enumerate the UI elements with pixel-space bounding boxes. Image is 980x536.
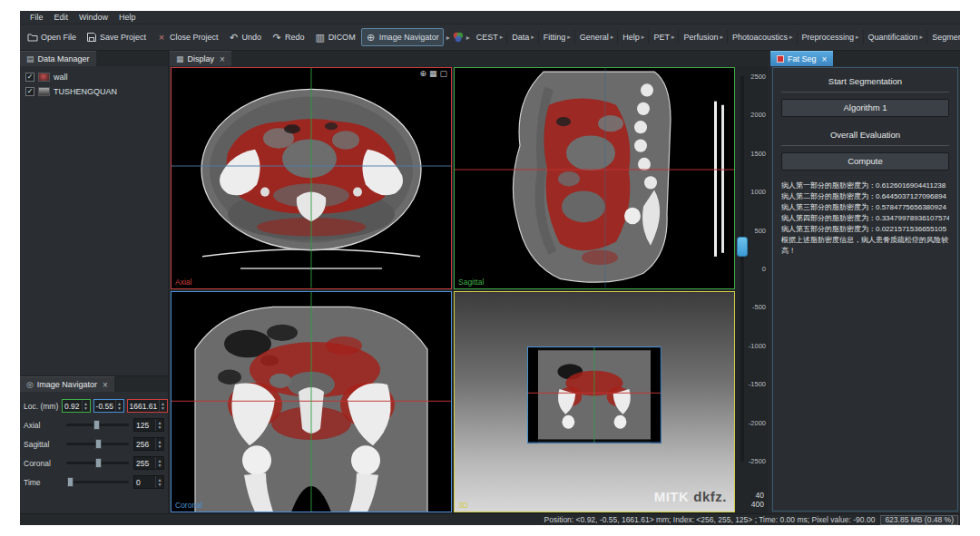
layout-icon[interactable]: ▦ [429,70,437,78]
menu-window[interactable]: Window [74,13,113,22]
app-window: File Edit Window Help Open File Save Pro… [20,11,960,525]
tab-display[interactable]: ▦ Display × [170,51,231,66]
position-status: Position: <0.92, -0.55, 1661.61> mm; Ind… [544,515,876,524]
memory-usage: 623.85 MB (0.48 %) [880,515,958,525]
redo-icon: ↷ [271,32,282,43]
toolbar-menu-perfusion[interactable]: Perfusion▸ [680,30,728,44]
image-navigator-tabbar: ◎ Image Navigator × [20,376,168,392]
view-label: Axial [175,278,191,287]
tree-item-tushengquan[interactable]: ✓ TUSHENGQUAN [22,84,166,99]
loc-z-spinbox[interactable]: 1661.61 ▲▼ [127,399,168,413]
level-slider-handle[interactable] [737,237,748,257]
toolbar-menu-segmentation[interactable]: Segmentation▸ [928,30,960,44]
coronal-view[interactable]: Coronal [171,291,452,513]
3d-slice-plane [527,346,662,443]
toolbar-menu-pet[interactable]: PET▸ [650,30,679,44]
tab-data-manager[interactable]: ▤ Data Manager [20,51,96,66]
slider-track[interactable] [66,481,129,483]
dicom-button[interactable]: ▥ DICOM [310,28,360,46]
chevron-right-icon: ▸ [567,34,571,41]
toolbar-menu-quantification[interactable]: Quantification▸ [865,30,928,44]
spinner-arrows-icon[interactable]: ▲▼ [159,400,167,412]
spinner-arrows-icon[interactable]: ▲▼ [115,400,123,412]
axial-view[interactable]: ⊕ ▦ ▢ Axial [171,67,452,289]
toolbar-menu-photoacoustics[interactable]: Photoacoustics▸ [729,30,798,44]
close-icon[interactable]: × [103,380,108,390]
segmentation-icon [777,55,784,63]
coronal-spinbox[interactable]: 255 ▲▼ [133,456,164,470]
level-slider-track[interactable] [740,76,744,462]
slider-handle[interactable] [95,439,102,449]
close-project-button[interactable]: × Close Project [152,28,223,46]
loc-y-spinbox[interactable]: -0.55 ▲▼ [93,399,124,413]
sagittal-ct-image [455,68,734,288]
menubar: File Edit Window Help [20,11,960,24]
checkbox[interactable]: ✓ [25,87,34,96]
coronal-slider[interactable] [66,457,129,469]
data-tree: ✓ wall ✓ TUSHENGQUAN [20,66,168,102]
crosshair-toggle-icon[interactable]: ⊕ [419,70,426,78]
close-icon[interactable]: × [220,54,225,64]
loc-x-spinbox[interactable]: 0.92 ▲▼ [62,399,91,413]
tab-fat-seg[interactable]: Fat Seg × [770,51,833,66]
mitk-logo: MITK [654,489,690,504]
spinner-arrows-icon[interactable]: ▲▼ [82,400,90,412]
time-slider-row: Time 0 ▲▼ [24,473,164,492]
open-file-button[interactable]: Open File [23,28,81,46]
checkbox[interactable]: ✓ [25,73,34,82]
toolbar-menu-fitting[interactable]: Fitting▸ [540,30,575,44]
algorithm-1-button[interactable]: Algorithm 1 [781,99,949,117]
spinner-arrows-icon[interactable]: ▲▼ [155,476,163,488]
views-pinwheel-icon[interactable] [453,32,464,43]
toolbar-overflow-chevron[interactable]: ▸ [445,34,452,42]
image-navigator-icon: ⊕ [366,32,377,43]
spinner-arrows-icon[interactable]: ▲▼ [155,419,163,431]
slider-handle[interactable] [67,477,74,487]
compute-button[interactable]: Compute [781,152,949,171]
dicom-icon: ▥ [315,32,326,43]
chevron-right-icon: ▸ [920,34,924,41]
close-icon[interactable]: × [822,54,828,64]
level-window-widget: 2500 2000 1500 1000 500 0 -500 -1000 -15… [736,67,768,512]
sagittal-spinbox[interactable]: 256 ▲▼ [133,437,164,451]
toolbar-menu-cest[interactable]: CEST▸ [473,30,508,44]
sagittal-slider[interactable] [66,438,129,450]
fat-seg-tabbar: Fat Seg × [770,51,960,66]
item-thumbnail [38,87,50,96]
tree-item-wall[interactable]: ✓ wall [22,70,166,84]
slider-handle[interactable] [95,458,102,468]
fat-seg-panel: Fat Seg × Start Segmentation Algorithm 1… [769,51,960,513]
evaluation-results: 病人第一部分的脂肪密度为：0.6126016904411238 病人第二部分的脂… [781,180,949,257]
views-chevron[interactable]: ▸ [465,34,472,42]
item-thumbnail [38,73,50,82]
tab-image-navigator[interactable]: ◎ Image Navigator × [20,376,114,392]
window-value: 400 [751,500,764,509]
save-project-button[interactable]: Save Project [82,28,151,46]
toolbar-menu-data[interactable]: Data▸ [508,30,539,44]
watermark: MITKdkfz. [654,489,727,504]
time-spinbox[interactable]: 0 ▲▼ [133,475,164,489]
sagittal-view[interactable]: Sagittal [454,67,735,289]
menu-edit[interactable]: Edit [49,13,74,22]
undo-button[interactable]: ↶ Undo [224,28,267,46]
toolbar-menu-general[interactable]: General▸ [576,30,619,44]
image-navigator-button[interactable]: ⊕ Image Navigator [361,28,444,46]
menu-file[interactable]: File [24,13,49,22]
view-label: Coronal [175,501,202,510]
toolbar-menu-preprocessing[interactable]: Preprocessing▸ [799,30,864,44]
display-tabbar: ▦ Display × [170,51,769,66]
toolbar-menu-help[interactable]: Help▸ [619,30,649,44]
navigator-icon: ◎ [26,380,34,389]
fullscreen-icon[interactable]: ▢ [439,70,447,78]
redo-button[interactable]: ↷ Redo [267,28,309,46]
3d-view[interactable]: MITKdkfz. 3D [454,291,735,513]
overall-evaluation-title: Overall Evaluation [781,127,949,146]
menu-help[interactable]: Help [113,13,142,22]
spinner-arrows-icon[interactable]: ▲▼ [155,438,163,450]
axial-spinbox[interactable]: 125 ▲▼ [133,418,164,432]
slider-handle[interactable] [93,420,100,430]
axial-slider[interactable] [66,419,129,431]
time-slider[interactable] [66,476,129,488]
result-conclusion: 根据上述脂肪密度信息，病人患骨质疏松症的风险较高！ [781,235,949,257]
spinner-arrows-icon[interactable]: ▲▼ [155,457,163,469]
